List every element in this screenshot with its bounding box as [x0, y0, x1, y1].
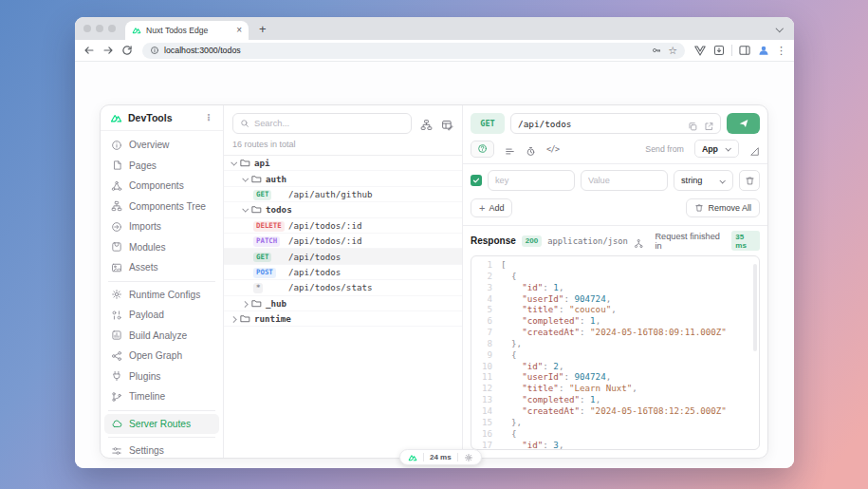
headers-tab-icon[interactable] [505, 143, 515, 154]
chevron-right-icon[interactable] [243, 300, 249, 306]
minimize-window-button[interactable] [96, 25, 103, 32]
reload-icon[interactable] [120, 44, 134, 57]
line-number: 9 [471, 349, 492, 361]
sidebar-item-build-analyze[interactable]: Build Analyze [104, 326, 219, 347]
add-param-button[interactable]: +Add [471, 198, 512, 217]
tree-folder-auth[interactable]: auth [224, 171, 462, 186]
password-key-icon[interactable] [652, 46, 661, 55]
chevron-down-icon[interactable] [231, 160, 237, 166]
json-line: 8 }, [471, 338, 759, 349]
visualize-json-icon[interactable] [634, 235, 644, 246]
open-external-icon[interactable] [704, 119, 714, 129]
back-icon[interactable] [83, 44, 96, 57]
tab-close-icon[interactable]: × [236, 26, 242, 35]
sidebar-item-open-graph[interactable]: Open Graph [104, 346, 219, 367]
view-mode-icon[interactable] [420, 118, 433, 130]
devtools-fab[interactable]: 24 ms [399, 449, 482, 465]
address-bar[interactable]: localhost:3000/todos ☆ [142, 43, 685, 59]
maximize-window-button[interactable] [108, 25, 116, 32]
route-item-post-api-todos[interactable]: POST/api/todos [224, 265, 462, 280]
tree-folder-runtime[interactable]: runtime [224, 311, 462, 327]
line-number: 13 [471, 394, 492, 405]
snippet-tab-icon[interactable]: </> [546, 144, 560, 154]
chevron-right-icon[interactable] [231, 316, 237, 322]
route-item-delete-api-todos-id[interactable]: DELETE/api/todos/:id [224, 218, 462, 234]
sidebar-item-settings[interactable]: Settings [104, 441, 219, 459]
register-route-icon[interactable] [441, 118, 453, 130]
sidebar-item-runtime-configs[interactable]: Runtime Configs [104, 285, 219, 306]
tree-folder-api[interactable]: api [224, 156, 462, 171]
route-path: /api/todos [288, 252, 341, 262]
nuxt-favicon [132, 26, 141, 35]
close-window-button[interactable] [83, 25, 91, 32]
line-number: 11 [471, 371, 492, 383]
sidebar-item-payload[interactable]: Payload [104, 305, 219, 326]
json-line: 10 "id": 2, [471, 361, 759, 372]
chevron-down-icon[interactable] [243, 176, 249, 181]
param-key-input[interactable] [488, 170, 575, 191]
profile-avatar[interactable] [757, 44, 770, 57]
sidebar-item-pages[interactable]: Pages [104, 156, 219, 177]
settings-gear-icon[interactable] [464, 453, 473, 462]
json-code-text: { [501, 349, 517, 361]
params-tab[interactable] [471, 141, 494, 158]
bookmark-star-icon[interactable]: ☆ [668, 46, 677, 56]
route-path: /api/auth/github [288, 189, 373, 199]
vue-devtools-icon[interactable] [693, 44, 707, 57]
timing-tab-icon[interactable] [526, 143, 536, 154]
route-item--api-todos-stats[interactable]: */api/todos/stats [224, 280, 462, 295]
timeline-icon [111, 391, 122, 403]
route-item-patch-api-todos-id[interactable]: PATCH/api/todos/:id [224, 234, 462, 249]
folder-icon [251, 298, 262, 309]
request-url-input[interactable] [518, 119, 682, 129]
request-url-row: GET [463, 105, 767, 134]
sidebar-item-server-routes[interactable]: Server Routes [104, 414, 219, 435]
sidebar-item-modules[interactable]: Modules [104, 237, 219, 258]
sidebar-item-label: Open Graph [129, 350, 182, 361]
nuxt-fab-icon[interactable] [408, 453, 417, 462]
request-url-box[interactable] [510, 113, 721, 134]
sidebar-item-assets[interactable]: Assets [104, 257, 219, 278]
copy-icon[interactable] [688, 119, 698, 129]
search-input[interactable] [254, 119, 404, 128]
route-item-get-api-todos[interactable]: GET/api/todos [224, 249, 462, 264]
param-enabled-checkbox[interactable] [471, 175, 482, 186]
browser-tab[interactable]: Nuxt Todos Edge × [125, 21, 249, 40]
scrollbar-thumb[interactable] [753, 264, 757, 351]
sidebar-divider [108, 437, 215, 438]
environment-select[interactable]: App [694, 140, 739, 158]
chevron-down-icon[interactable] [243, 207, 249, 213]
extension-icon[interactable] [712, 44, 726, 57]
side-panel-icon[interactable] [738, 44, 751, 57]
line-number: 7 [471, 327, 492, 338]
sidebar-divider [108, 281, 215, 282]
tab-title: Nuxt Todos Edge [146, 26, 231, 35]
sidebar-item-components[interactable]: Components [104, 176, 219, 197]
browser-menu-icon[interactable]: ⋮ [776, 46, 786, 56]
tree-folder-todos[interactable]: todos [224, 202, 462, 217]
json-line: 6 "completed": 1, [471, 315, 759, 327]
route-item-get-api-auth-github[interactable]: GET/api/auth/github [224, 187, 462, 202]
devtools-menu-icon[interactable]: ⋮ [204, 113, 213, 122]
sidebar-item-plugins[interactable]: Plugins [104, 367, 219, 387]
search-box[interactable] [232, 113, 412, 134]
measure-tool-icon[interactable] [749, 143, 760, 154]
sidebar-item-label: Plugins [129, 371, 160, 382]
sidebar-item-imports[interactable]: Imports [104, 216, 219, 237]
method-badge: POST [253, 268, 276, 278]
tab-list-chevron-icon[interactable] [776, 26, 783, 32]
remove-all-button[interactable]: Remove All [686, 198, 760, 217]
browser-toolbar: localhost:3000/todos ☆ ⋮ [75, 40, 794, 62]
new-tab-button[interactable]: + [259, 23, 267, 35]
sidebar-item-label: Payload [129, 310, 164, 320]
param-type-select[interactable]: string [674, 170, 733, 191]
sidebar-item-overview[interactable]: Overview [104, 135, 219, 156]
delete-param-button[interactable] [739, 170, 760, 191]
sidebar-item-components-tree[interactable]: Components Tree [104, 197, 219, 217]
param-value-input[interactable] [581, 170, 668, 191]
site-info-icon[interactable] [150, 46, 159, 55]
tree-folder--hub[interactable]: _hub [224, 296, 462, 311]
send-request-button[interactable] [727, 113, 760, 134]
forward-icon[interactable] [102, 44, 115, 57]
sidebar-item-timeline[interactable]: Timeline [104, 386, 219, 407]
